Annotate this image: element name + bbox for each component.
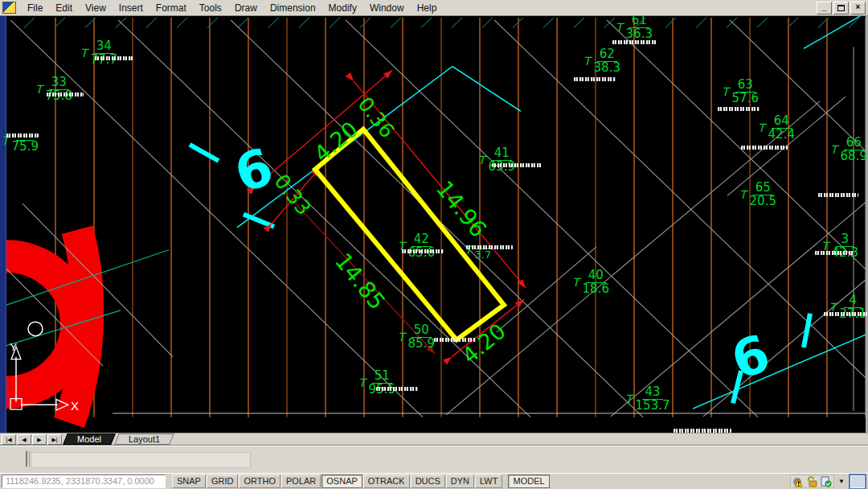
boundary-tick bbox=[146, 18, 157, 28]
parcel-label-t: T bbox=[722, 85, 729, 98]
parcel-label: T4163.9 bbox=[478, 147, 516, 174]
tab-nav-last-button[interactable]: ▶| bbox=[47, 434, 62, 445]
drawing-canvas[interactable]: YX T3477.7T3375.8T75.9T4163.9T4265.6T3.7… bbox=[0, 16, 868, 433]
parcel-area: 38.3 bbox=[593, 62, 621, 75]
parcel-area: 42.4 bbox=[768, 129, 796, 142]
boundary-tick bbox=[55, 18, 65, 28]
annotation-text-mark bbox=[674, 429, 731, 433]
command-line-area[interactable] bbox=[0, 445, 868, 473]
boundary-tick bbox=[574, 18, 584, 28]
toggle-osnap[interactable]: OSNAP bbox=[321, 475, 362, 488]
toggle-dyn[interactable]: DYN bbox=[446, 475, 474, 488]
toggle-grid[interactable]: GRID bbox=[207, 475, 239, 488]
boundary-tick bbox=[299, 18, 309, 28]
toggle-ducs[interactable]: DUCS bbox=[411, 475, 445, 488]
menu-modify[interactable]: Modify bbox=[322, 1, 363, 15]
parcel-label: T342.3 bbox=[821, 233, 859, 260]
parcel-label: T427.1 bbox=[829, 294, 867, 321]
window-controls: _ × bbox=[817, 2, 868, 14]
annotation-text-mark bbox=[718, 107, 760, 111]
annotation-text-mark bbox=[6, 134, 39, 138]
tab-model[interactable]: Model bbox=[63, 434, 116, 445]
close-button[interactable]: × bbox=[850, 2, 866, 14]
parcel-label-t: T bbox=[478, 154, 485, 166]
annotation-text-mark bbox=[47, 92, 84, 97]
annotation-text-mark bbox=[815, 251, 854, 255]
boundary-tick bbox=[360, 18, 371, 28]
menu-tools[interactable]: Tools bbox=[193, 1, 228, 15]
tab-nav-next-button[interactable]: ▶ bbox=[32, 434, 47, 445]
annotation-text-mark bbox=[741, 146, 788, 150]
menu-edit[interactable]: Edit bbox=[49, 1, 79, 15]
annotation-text-mark bbox=[824, 312, 868, 316]
standards-check-icon[interactable] bbox=[820, 475, 832, 487]
menu-draw[interactable]: Draw bbox=[228, 1, 264, 15]
boundary-tick bbox=[177, 18, 187, 28]
annotation-text-mark bbox=[376, 387, 418, 391]
menu-window[interactable]: Window bbox=[363, 1, 411, 15]
menu-view[interactable]: View bbox=[79, 1, 113, 15]
parcel-label: T3.7 bbox=[465, 240, 492, 261]
cyan-line bbox=[693, 334, 868, 409]
toggle-lwt[interactable]: LWT bbox=[475, 475, 502, 488]
toggle-polar[interactable]: POLAR bbox=[281, 475, 321, 488]
tab-layout1[interactable]: Layout1 bbox=[114, 434, 174, 445]
boundary-tick bbox=[665, 18, 676, 28]
parcel-label: T6238.3 bbox=[583, 48, 621, 75]
parcel-label-t: T bbox=[739, 188, 747, 201]
toggle-ortho[interactable]: ORTHO bbox=[239, 475, 280, 488]
parcel-area: 36.3 bbox=[625, 28, 653, 41]
boundary-tick bbox=[268, 18, 279, 28]
toggle-model[interactable]: MODEL bbox=[508, 475, 549, 488]
menu-insert[interactable]: Insert bbox=[113, 1, 149, 15]
autocad-window: FileEditViewInsertFormatToolsDrawDimensi… bbox=[0, 0, 868, 489]
status-toggles: SNAPGRIDORTHOPOLAROSNAPOTRACKDUCSDYNLWTM… bbox=[172, 475, 550, 488]
menu-file[interactable]: File bbox=[21, 1, 49, 15]
parcel-label: T4018.6 bbox=[572, 269, 610, 296]
annotation-text-mark bbox=[492, 163, 542, 167]
restore-button[interactable] bbox=[833, 2, 849, 14]
menu-dimension[interactable]: Dimension bbox=[264, 1, 322, 15]
boundary-tick bbox=[757, 18, 768, 28]
red-numeral-tail bbox=[69, 230, 88, 423]
status-bar: 1118246.9235, 2331870.3347, 0.0000 SNAPG… bbox=[0, 473, 868, 489]
left-window-edge bbox=[0, 16, 6, 433]
tray-menu-arrow[interactable]: ▼ bbox=[838, 478, 845, 485]
status-tray: ▼ bbox=[790, 474, 868, 489]
boundary-tick bbox=[330, 18, 340, 28]
boundary-tick bbox=[421, 18, 432, 28]
tab-nav-first-button[interactable]: |◀ bbox=[2, 434, 16, 445]
parcel-area: 20.5 bbox=[749, 195, 777, 208]
parcel-label-t: T bbox=[758, 121, 765, 134]
communication-center-icon[interactable] bbox=[792, 475, 805, 487]
boundary-tick bbox=[238, 18, 248, 28]
parcel-label-t: T bbox=[35, 83, 43, 96]
boundary-tick bbox=[452, 18, 462, 28]
point-circle bbox=[28, 322, 43, 335]
unlock-icon[interactable] bbox=[806, 475, 818, 487]
parcel-label: T3375.8 bbox=[35, 76, 73, 103]
coordinate-readout[interactable]: 1118246.9235, 2331870.3347, 0.0000 bbox=[2, 475, 166, 488]
parcel-label-t: T bbox=[830, 143, 837, 156]
parcel-label: T6520.5 bbox=[739, 182, 777, 208]
cyan-line bbox=[452, 67, 521, 112]
menu-format[interactable]: Format bbox=[149, 1, 193, 15]
command-input-highlight bbox=[31, 452, 251, 468]
command-caret-shadow bbox=[29, 451, 30, 466]
parcel-area: 75.9 bbox=[11, 141, 39, 154]
parcel-label-t: T bbox=[358, 376, 366, 389]
boundary-tick bbox=[696, 18, 706, 28]
annotation-text-mark bbox=[402, 249, 444, 253]
tab-nav-prev-button[interactable]: ◀ bbox=[17, 434, 31, 445]
parcel-area: 68.9 bbox=[840, 150, 868, 163]
parcel-label-t: T bbox=[583, 55, 591, 68]
toggle-snap[interactable]: SNAP bbox=[172, 475, 206, 488]
minimize-button[interactable]: _ bbox=[817, 2, 832, 14]
toggle-otrack[interactable]: OTRACK bbox=[363, 475, 410, 488]
parcel-label-t: T bbox=[398, 331, 405, 343]
menu-help[interactable]: Help bbox=[411, 1, 444, 15]
boundary-tick bbox=[727, 18, 737, 28]
menu-items: FileEditViewInsertFormatToolsDrawDimensi… bbox=[21, 1, 443, 15]
clean-screen-button[interactable] bbox=[849, 474, 866, 489]
annotation-text-mark bbox=[466, 245, 513, 249]
